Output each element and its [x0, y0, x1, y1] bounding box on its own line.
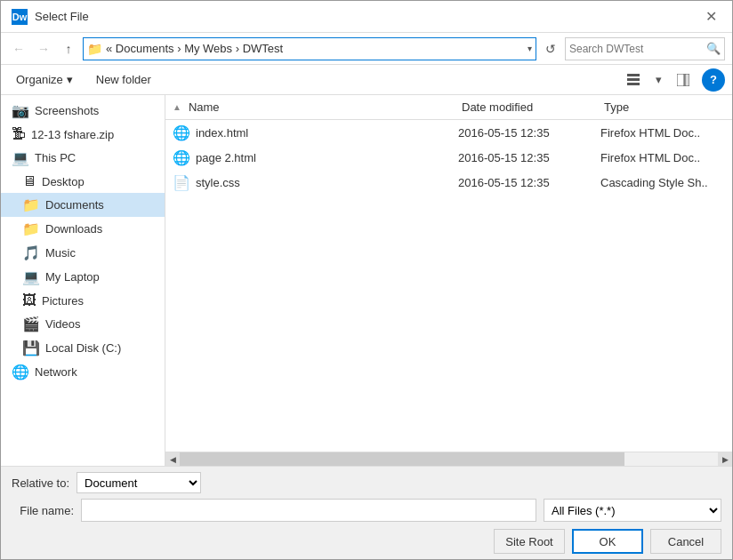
desktop-icon: 🖥	[22, 173, 36, 189]
sidebar-item-local-disk[interactable]: 💾 Local Disk (C:)	[1, 336, 165, 360]
up-button[interactable]: ↑	[58, 38, 79, 60]
sidebar-item-videos[interactable]: 🎬 Videos	[1, 312, 165, 336]
new-folder-label: New folder	[96, 73, 151, 86]
this-pc-icon: 💻	[12, 149, 29, 166]
sidebar-item-network[interactable]: 🌐 Network	[1, 360, 165, 384]
file-list: 🌐 index.html 2016-05-15 12:35 Firefox HT…	[165, 120, 732, 452]
sidebar-item-desktop[interactable]: 🖥 Desktop	[1, 170, 165, 193]
sidebar-item-screenshots[interactable]: 📷 Screenshots	[1, 99, 165, 123]
svg-rect-3	[677, 74, 684, 86]
toolbar: Organize ▾ New folder ▾ ?	[1, 65, 732, 95]
documents-icon: 📁	[22, 196, 40, 213]
svg-rect-2	[627, 83, 640, 85]
sidebar-item-fshare[interactable]: 🗜 12-13 fshare.zip	[1, 123, 165, 146]
organize-button[interactable]: Organize ▾	[8, 69, 81, 90]
file-name-page2: page 2.html	[196, 151, 458, 164]
sidebar-item-label: 12-13 fshare.zip	[31, 128, 114, 141]
view-buttons: ▾	[622, 68, 695, 92]
fshare-icon: 🗜	[12, 126, 26, 142]
sidebar-item-documents[interactable]: 📁 Documents	[1, 193, 165, 217]
music-icon: 🎵	[22, 244, 40, 261]
my-laptop-icon: 💻	[22, 268, 40, 285]
folder-icon: 📁	[87, 42, 102, 56]
title-bar-left: Dw Select File	[12, 9, 89, 25]
svg-rect-0	[627, 74, 640, 76]
breadcrumb-dropdown-icon[interactable]: ▾	[528, 44, 532, 53]
app-icon: Dw	[12, 9, 28, 25]
filename-row: File name: All Files (*.*)	[12, 499, 721, 522]
file-date-page2: 2016-05-15 12:35	[458, 151, 600, 164]
sidebar-item-label: Desktop	[42, 175, 85, 188]
table-row[interactable]: 🌐 page 2.html 2016-05-15 12:35 Firefox H…	[165, 145, 732, 170]
sidebar-item-pictures[interactable]: 🖼 Pictures	[1, 289, 165, 312]
button-row: Site Root OK Cancel	[12, 529, 721, 554]
file-type-style: Cascading Style Sh..	[600, 176, 725, 189]
cancel-button[interactable]: Cancel	[650, 529, 721, 554]
help-label: ?	[710, 73, 717, 86]
local-disk-icon: 💾	[22, 340, 40, 356]
breadcrumb: « Documents › My Webs › DWTest	[106, 42, 524, 55]
sidebar-item-label: This PC	[35, 151, 76, 164]
sidebar-item-my-laptop[interactable]: 💻 My Laptop	[1, 265, 165, 289]
sidebar-item-label: Downloads	[45, 222, 102, 236]
scroll-track[interactable]	[180, 452, 718, 466]
sidebar-item-music[interactable]: 🎵 Music	[1, 241, 165, 265]
sidebar: 📷 Screenshots 🗜 12-13 fshare.zip 💻 This …	[1, 95, 165, 466]
relative-to-select[interactable]: Document	[77, 472, 201, 493]
sidebar-item-label: Screenshots	[35, 104, 99, 117]
help-button[interactable]: ?	[702, 68, 725, 92]
scroll-right-button[interactable]: ▶	[718, 452, 732, 467]
back-button[interactable]: ←	[8, 38, 29, 60]
view-list-button[interactable]	[622, 68, 645, 92]
file-date-index: 2016-05-15 12:35	[458, 126, 600, 140]
file-icon-index: 🌐	[173, 124, 190, 141]
downloads-icon: 📁	[22, 220, 40, 237]
search-icon[interactable]: 🔍	[706, 42, 721, 55]
site-root-button[interactable]: Site Root	[494, 529, 565, 554]
file-area: ▲ Name Date modified Type 🌐 index.html 2…	[165, 95, 732, 466]
svg-rect-4	[685, 74, 689, 86]
forward-button[interactable]: →	[33, 38, 54, 60]
search-bar: 🔍	[565, 37, 725, 60]
videos-icon: 🎬	[22, 316, 40, 332]
close-button[interactable]: ✕	[700, 6, 721, 28]
network-icon: 🌐	[12, 364, 29, 380]
relative-to-row: Relative to: Document	[12, 472, 721, 493]
filename-label: File name:	[12, 504, 74, 517]
sidebar-item-label: Network	[35, 365, 77, 379]
address-bar[interactable]: 📁 « Documents › My Webs › DWTest ▾	[83, 37, 536, 60]
filename-input[interactable]	[81, 499, 536, 522]
ok-button[interactable]: OK	[572, 529, 643, 554]
new-folder-button[interactable]: New folder	[88, 69, 159, 90]
title-bar: Dw Select File ✕	[1, 1, 732, 33]
sidebar-item-label: Music	[45, 246, 76, 260]
search-input[interactable]	[569, 43, 706, 55]
filetype-select[interactable]: All Files (*.*)	[544, 499, 721, 522]
sidebar-item-this-pc[interactable]: 💻 This PC	[1, 146, 165, 170]
relative-label: Relative to:	[12, 476, 69, 490]
refresh-button[interactable]: ↺	[540, 38, 561, 60]
file-icon-style: 📄	[173, 173, 190, 191]
sidebar-item-label: Videos	[45, 317, 81, 331]
svg-rect-1	[627, 78, 640, 81]
column-header-name[interactable]: Name	[185, 99, 458, 116]
main-content: 📷 Screenshots 🗜 12-13 fshare.zip 💻 This …	[1, 95, 732, 466]
scroll-left-button[interactable]: ◀	[165, 452, 180, 467]
view-dropdown-button[interactable]: ▾	[647, 68, 670, 92]
horizontal-scrollbar: ◀ ▶	[165, 452, 732, 466]
pictures-icon: 🖼	[22, 292, 36, 308]
sidebar-item-label: Documents	[45, 198, 104, 212]
nav-bar: ← → ↑ 📁 « Documents › My Webs › DWTest ▾…	[1, 33, 732, 65]
sidebar-item-label: My Laptop	[45, 270, 100, 284]
column-header-type[interactable]: Type	[600, 99, 725, 116]
sidebar-item-downloads[interactable]: 📁 Downloads	[1, 217, 165, 241]
preview-pane-button[interactable]	[672, 68, 695, 92]
sidebar-item-label: Local Disk (C:)	[45, 341, 121, 355]
column-header-date[interactable]: Date modified	[458, 99, 600, 116]
organize-label: Organize	[16, 73, 63, 86]
file-type-page2: Firefox HTML Doc..	[600, 151, 725, 164]
table-row[interactable]: 📄 style.css 2016-05-15 12:35 Cascading S…	[165, 170, 732, 195]
organize-chevron: ▾	[67, 73, 73, 86]
table-row[interactable]: 🌐 index.html 2016-05-15 12:35 Firefox HT…	[165, 120, 732, 145]
screenshots-icon: 📷	[12, 102, 29, 119]
